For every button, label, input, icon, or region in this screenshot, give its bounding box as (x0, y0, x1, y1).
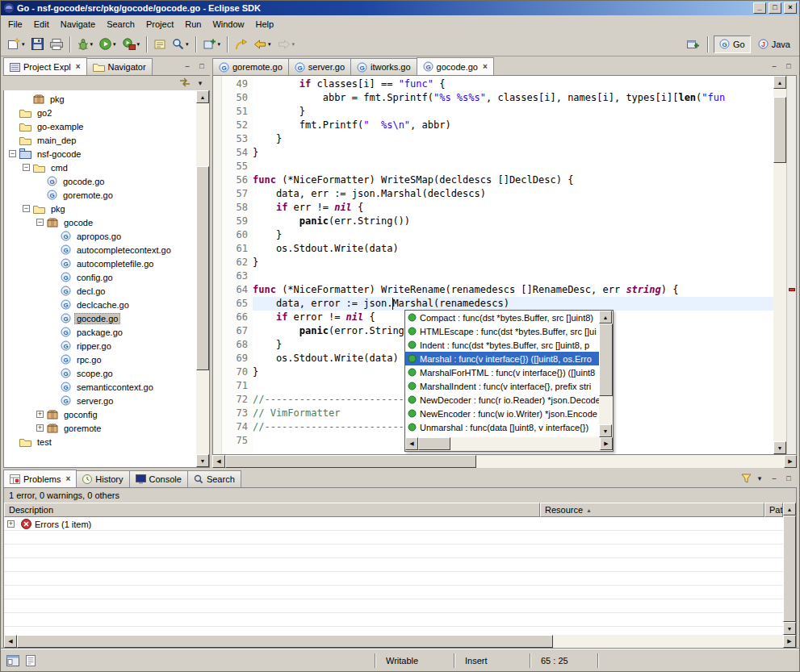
scroll-down-icon[interactable]: ▼ (773, 441, 786, 454)
back-button[interactable]: ▾ (250, 35, 274, 54)
run-button[interactable]: ▾ (96, 35, 119, 54)
tree-item-go2[interactable]: go2 (4, 106, 196, 119)
tree-item-decl-go[interactable]: Gdecl.go (4, 284, 196, 298)
tab-server-go[interactable]: Gserver.go (288, 58, 351, 75)
save-button[interactable] (28, 35, 47, 54)
dropdown-arrow-icon[interactable]: ▾ (292, 41, 295, 48)
problems-table-body[interactable]: +Errors (1 item) (4, 517, 783, 635)
tree-item-go-example[interactable]: go-example (4, 119, 196, 133)
problems-row[interactable]: +Errors (1 item) (4, 517, 783, 531)
external-tools-button[interactable]: ▾ (119, 35, 144, 54)
print-button[interactable] (47, 35, 66, 54)
menu-run[interactable]: Run (179, 18, 207, 31)
tree-item-package-go[interactable]: Gpackage.go (4, 325, 196, 339)
column-header-resource[interactable]: Resource▲ (540, 503, 764, 517)
maximize-view-icon[interactable]: □ (195, 61, 208, 73)
scroll-thumb[interactable] (225, 455, 476, 468)
scroll-up-icon[interactable]: ▲ (783, 503, 796, 515)
column-header-description[interactable]: Description (4, 503, 540, 517)
tab-history[interactable]: History (76, 470, 129, 487)
editor-presentation-icon[interactable] (23, 654, 38, 667)
autocomplete-item-marshal[interactable]: Marshal : func(v interface{}) ([]uint8, … (405, 352, 599, 365)
tree-item-config-go[interactable]: Gconfig.go (4, 270, 196, 284)
editor-vscrollbar[interactable]: ▲ ▼ (773, 76, 786, 454)
new-button[interactable]: ▾ (4, 35, 28, 54)
minimize-view-icon[interactable]: – (768, 61, 781, 73)
editor-hscrollbar[interactable]: ◀ ▶ (212, 455, 797, 468)
scroll-up-icon[interactable]: ▲ (196, 90, 209, 103)
view-menu-icon[interactable]: ▾ (194, 77, 207, 90)
fast-view-icon[interactable] (6, 654, 20, 667)
tree-item-goremote-go[interactable]: Ggoremote.go (4, 188, 196, 202)
expand-icon[interactable]: + (36, 424, 44, 432)
tree-item-nsf-gocode[interactable]: −nsf-gocode (4, 147, 196, 161)
minimize-view-icon[interactable]: – (181, 61, 194, 73)
scroll-right-icon[interactable]: ▶ (783, 635, 796, 648)
dropdown-arrow-icon[interactable]: ▾ (268, 41, 271, 48)
tree-item-gocode[interactable]: −gocode (4, 215, 196, 229)
tree-item-cmd[interactable]: −cmd (4, 161, 196, 174)
tab-navigator[interactable]: Navigator (86, 58, 153, 75)
line-number-ruler[interactable]: 4950515253545556575859606162636465666768… (222, 76, 253, 454)
maximize-button[interactable]: □ (769, 2, 781, 14)
tree-item-test[interactable]: test (4, 435, 196, 449)
overview-ruler[interactable] (786, 76, 796, 454)
collapse-icon[interactable]: − (23, 164, 30, 171)
view-menu-icon[interactable]: ▾ (753, 473, 766, 485)
scroll-up-icon[interactable]: ▲ (599, 311, 612, 323)
collapse-icon[interactable]: − (23, 205, 30, 212)
tree-item-pkg[interactable]: −pkg (4, 202, 196, 215)
collapse-icon[interactable]: − (9, 150, 16, 157)
tab-gocode-go[interactable]: Ggocode.go× (417, 57, 494, 75)
last-edit-location-button[interactable] (232, 35, 250, 54)
scroll-thumb[interactable] (783, 515, 796, 622)
tab-project-expl[interactable]: Project Expl× (3, 57, 87, 75)
problems-vscrollbar[interactable]: ▲ ▼ (783, 503, 796, 635)
tree-item-autocompletefile-go[interactable]: Gautocompletefile.go (4, 257, 196, 270)
tree-item-main-dep[interactable]: main_dep (4, 133, 196, 147)
menu-help[interactable]: Help (250, 18, 280, 31)
tree-item-rpc-go[interactable]: Grpc.go (4, 353, 196, 366)
tab-itworks-go[interactable]: Gitworks.go (350, 58, 417, 75)
titlebar[interactable]: Go - nsf-gocode/src/pkg/gocode/gocode.go… (1, 1, 799, 15)
autocomplete-item-marshalindent[interactable]: MarshalIndent : func(v interface{}, pref… (405, 379, 599, 393)
dropdown-arrow-icon[interactable]: ▾ (22, 41, 25, 48)
close-button[interactable]: × (784, 2, 797, 14)
tree-item-declcache-go[interactable]: Gdeclcache.go (4, 298, 196, 311)
tree-item-pkg[interactable]: pkg (4, 92, 196, 106)
scroll-thumb[interactable] (418, 437, 450, 450)
tree-item-scope-go[interactable]: Gscope.go (4, 366, 196, 380)
popup-hscrollbar[interactable]: ◀ ▶ (405, 437, 613, 451)
error-marker[interactable] (789, 288, 795, 291)
scroll-left-icon[interactable]: ◀ (405, 437, 418, 450)
tree-item-ripper-go[interactable]: Gripper.go (4, 339, 196, 353)
autocomplete-item-newdecoder[interactable]: NewDecoder : func(r io.Reader) *json.Dec… (405, 393, 599, 407)
scroll-left-icon[interactable]: ◀ (4, 635, 17, 648)
dropdown-arrow-icon[interactable]: ▾ (218, 41, 221, 48)
scroll-thumb[interactable] (196, 166, 209, 369)
autocomplete-item-compact[interactable]: Compact : func(dst *bytes.Buffer, src []… (405, 311, 599, 324)
search-button[interactable]: ▾ (169, 35, 192, 54)
expand-icon[interactable]: + (36, 411, 44, 418)
collapse-icon[interactable]: − (36, 219, 44, 226)
menu-project[interactable]: Project (140, 18, 179, 31)
menu-file[interactable]: File (2, 18, 28, 31)
autocomplete-item-marshalforhtml[interactable]: MarshalForHTML : func(v interface{}) ([]… (405, 365, 599, 379)
forward-button[interactable]: ▾ (274, 35, 299, 54)
scroll-right-icon[interactable]: ▶ (600, 437, 613, 450)
maximize-view-icon[interactable]: □ (782, 61, 795, 73)
tree-item-goconfig[interactable]: +goconfig (4, 407, 196, 421)
scroll-down-icon[interactable]: ▼ (196, 454, 209, 467)
tab-console[interactable]: Console (129, 470, 188, 487)
tab-problems[interactable]: Problems× (3, 470, 77, 487)
minimize-button[interactable]: _ (753, 2, 766, 14)
menu-search[interactable]: Search (101, 18, 140, 31)
expand-icon[interactable]: + (7, 520, 15, 528)
dropdown-arrow-icon[interactable]: ▾ (137, 41, 140, 48)
perspective-java-button[interactable]: JJava (752, 35, 796, 53)
scroll-thumb[interactable] (599, 323, 613, 396)
tree-item-goremote[interactable]: +goremote (4, 421, 196, 435)
tree-item-server-go[interactable]: Gserver.go (4, 394, 196, 407)
menu-navigate[interactable]: Navigate (55, 18, 101, 31)
marker-bar[interactable] (213, 76, 222, 454)
